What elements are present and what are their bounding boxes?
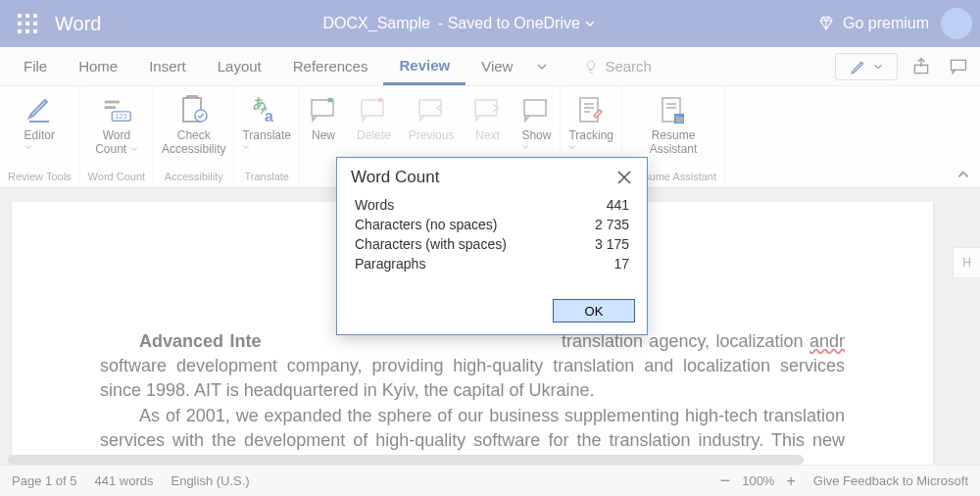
tab-insert[interactable]: Insert xyxy=(133,47,202,85)
svg-rect-24 xyxy=(524,100,546,116)
side-tab-handle[interactable]: H xyxy=(953,247,980,278)
svg-rect-0 xyxy=(18,14,22,18)
translate-icon: あa xyxy=(251,94,282,125)
ribbon-label: Delete xyxy=(357,129,391,143)
tab-strip: File Home Insert Layout References Revie… xyxy=(0,47,980,86)
ribbon-group-label: Word Count xyxy=(88,169,146,185)
svg-rect-10 xyxy=(952,60,966,70)
zoom-in-button[interactable]: + xyxy=(786,472,795,490)
word-count-dialog: Word Count Words441 Characters (no space… xyxy=(336,157,648,335)
ribbon-editor-button[interactable]: Editor xyxy=(24,94,55,151)
show-comments-icon xyxy=(520,94,552,125)
ok-button[interactable]: OK xyxy=(553,299,635,322)
language-status[interactable]: English (U.S.) xyxy=(171,473,249,488)
svg-rect-6 xyxy=(18,29,22,33)
tab-references[interactable]: References xyxy=(277,47,384,85)
ribbon-label: Translate xyxy=(242,128,291,142)
ribbon-label: Next xyxy=(475,129,500,143)
tab-file[interactable]: File xyxy=(8,47,63,85)
next-comment-icon xyxy=(471,94,503,125)
lightbulb-icon xyxy=(583,59,599,74)
word-count-icon: 123 xyxy=(101,94,132,125)
ribbon-label: Editor xyxy=(24,128,55,142)
ribbon-next-comment-button: Next xyxy=(471,94,503,143)
feedback-link[interactable]: Give Feedback to Microsoft xyxy=(813,473,968,488)
app-name: Word xyxy=(55,13,101,35)
ribbon-label: Word Count xyxy=(95,128,130,156)
document-title[interactable]: DOCX_Sample - Saved to OneDrive xyxy=(101,15,817,32)
stat-value: 441 xyxy=(607,197,629,213)
stat-row: Words441 xyxy=(355,195,629,215)
svg-rect-21 xyxy=(362,100,383,116)
horizontal-scrollbar[interactable] xyxy=(8,455,804,465)
ribbon-translate-button[interactable]: あa Translate xyxy=(242,94,291,151)
user-avatar[interactable] xyxy=(941,8,972,39)
svg-rect-11 xyxy=(105,101,120,104)
premium-label: Go premium xyxy=(843,15,929,32)
chevron-down-icon xyxy=(584,18,596,29)
app-launcher-icon[interactable] xyxy=(8,14,47,33)
comments-button[interactable] xyxy=(945,53,972,80)
ribbon-word-count-button[interactable]: 123 Word Count xyxy=(95,94,137,157)
svg-rect-4 xyxy=(25,22,29,25)
ribbon-tracking-button[interactable]: Tracking xyxy=(568,94,613,151)
delete-comment-icon xyxy=(358,94,389,125)
more-tabs-chevron[interactable] xyxy=(528,61,556,73)
zoom-controls: − 100% + xyxy=(720,471,796,491)
editing-mode-button[interactable] xyxy=(835,53,898,80)
side-tab-label: H xyxy=(962,256,971,270)
svg-rect-2 xyxy=(33,14,37,18)
collapse-ribbon-button[interactable] xyxy=(947,168,980,187)
svg-rect-20 xyxy=(312,100,333,116)
doc-text: software development company, providing … xyxy=(100,356,845,400)
ribbon-previous-comment-button: Previous xyxy=(409,94,455,143)
page-number-status[interactable]: Page 1 of 5 xyxy=(12,473,77,488)
ribbon-label: Previous xyxy=(409,129,455,143)
ribbon-show-comments-button[interactable]: Show xyxy=(520,94,552,151)
svg-rect-1 xyxy=(25,14,29,18)
stat-row: Characters (no spaces)2 735 xyxy=(355,215,629,234)
editor-icon xyxy=(24,94,55,125)
stat-label: Characters (no spaces) xyxy=(355,217,498,232)
ribbon-label: New xyxy=(312,129,335,143)
stat-value: 3 175 xyxy=(595,236,629,252)
ribbon-resume-assistant-button[interactable]: in Resume Assistant xyxy=(650,94,698,157)
status-bar: Page 1 of 5 441 words English (U.S.) − 1… xyxy=(0,465,980,496)
ribbon-group-label: Review Tools xyxy=(8,169,72,185)
svg-rect-3 xyxy=(18,22,22,25)
tab-home[interactable]: Home xyxy=(63,47,133,85)
tab-view[interactable]: View xyxy=(466,47,528,85)
doc-name: DOCX_Sample xyxy=(323,15,430,32)
saved-location: - Saved to OneDrive xyxy=(438,15,580,32)
word-count-status[interactable]: 441 words xyxy=(95,473,154,488)
doc-heading: Advanced Inte xyxy=(139,331,261,351)
ribbon-label: Show xyxy=(521,128,551,142)
stat-label: Paragraphs xyxy=(355,256,425,272)
ribbon-new-comment-button[interactable]: New xyxy=(308,94,339,143)
dialog-title: Word Count xyxy=(351,168,439,187)
stat-label: Characters (with spaces) xyxy=(355,236,507,252)
zoom-out-button[interactable]: − xyxy=(720,471,731,491)
stat-value: 2 735 xyxy=(595,217,629,232)
ribbon-delete-comment-button: Delete xyxy=(357,94,391,143)
svg-text:a: a xyxy=(265,108,273,124)
share-button[interactable] xyxy=(907,53,935,80)
tab-review[interactable]: Review xyxy=(383,47,466,85)
search-box[interactable]: Search xyxy=(583,58,652,74)
stat-label: Words xyxy=(355,197,394,213)
resume-assistant-icon: in xyxy=(658,94,689,125)
go-premium-button[interactable]: Go premium xyxy=(817,15,929,32)
ribbon-label: Check Accessibility xyxy=(162,129,225,157)
dialog-close-button[interactable] xyxy=(615,169,633,186)
svg-rect-8 xyxy=(33,29,37,33)
new-comment-icon xyxy=(308,94,339,125)
search-label: Search xyxy=(605,58,652,74)
tab-layout[interactable]: Layout xyxy=(202,47,277,85)
svg-rect-5 xyxy=(33,22,37,25)
ribbon-label: Tracking xyxy=(568,128,613,142)
title-bar: Word DOCX_Sample - Saved to OneDrive Go … xyxy=(0,0,980,47)
dialog-body: Words441 Characters (no spaces)2 735 Cha… xyxy=(337,195,647,281)
misspelled-word: andr xyxy=(809,331,845,351)
svg-text:in: in xyxy=(676,115,683,124)
ribbon-check-accessibility-button[interactable]: Check Accessibility xyxy=(162,94,225,157)
